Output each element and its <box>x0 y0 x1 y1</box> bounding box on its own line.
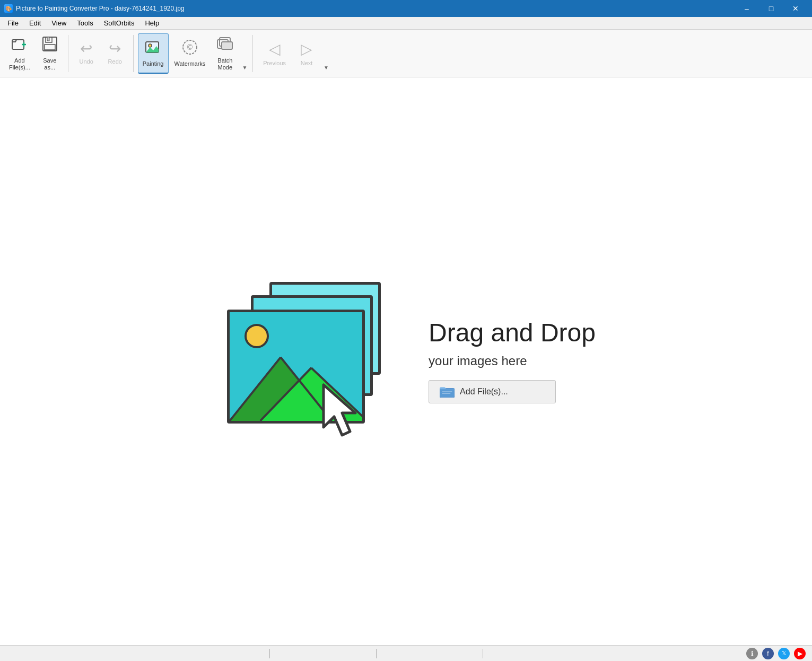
painting-button[interactable]: Painting <box>138 33 169 74</box>
svg-rect-13 <box>222 42 232 49</box>
status-dividers <box>269 649 483 658</box>
close-button[interactable]: ✕ <box>783 0 808 17</box>
status-divider-1 <box>269 649 270 658</box>
add-files-label: AddFile(s)... <box>9 57 30 71</box>
redo-icon: ↪ <box>109 41 121 56</box>
drop-text-area: Drag and Drop your images here Add File(… <box>429 319 596 403</box>
separator-3 <box>252 35 253 72</box>
title-bar-controls: – □ ✕ <box>735 0 808 17</box>
menu-help[interactable]: Help <box>139 17 164 29</box>
restore-button[interactable]: □ <box>759 0 783 17</box>
svg-rect-18 <box>440 389 455 398</box>
status-divider-3 <box>483 649 483 658</box>
title-bar-left: 🎨 Picture to Painting Converter Pro - da… <box>4 4 185 13</box>
svg-rect-5 <box>47 37 49 41</box>
minimize-button[interactable]: – <box>735 0 759 17</box>
next-icon: ▷ <box>301 40 312 58</box>
status-right: ℹ f 𝕏 ▶ <box>746 648 806 659</box>
menu-view[interactable]: View <box>46 17 72 29</box>
redo-button[interactable]: ↪ Redo <box>101 33 129 74</box>
toolbar: AddFile(s)... Saveas... ↩ Undo ↪ Redo <box>0 30 812 77</box>
save-as-label: Saveas... <box>43 57 56 71</box>
save-as-button[interactable]: Saveas... <box>36 33 64 74</box>
youtube-icon[interactable]: ▶ <box>794 648 806 659</box>
toolbar-group-modes: Painting © Watermarks BatchMode <box>138 33 239 74</box>
twitter-icon[interactable]: 𝕏 <box>778 648 790 659</box>
title-bar-title: Picture to Painting Converter Pro - dais… <box>16 5 185 12</box>
undo-icon: ↩ <box>80 41 92 56</box>
batch-mode-icon <box>216 36 233 55</box>
svg-rect-6 <box>45 45 55 50</box>
toolbar-group-undoredo: ↩ Undo ↪ Redo <box>73 33 129 74</box>
batch-mode-label: BatchMode <box>217 57 232 71</box>
menu-file[interactable]: File <box>2 17 24 29</box>
next-label: Next <box>301 60 313 66</box>
add-files-button[interactable]: AddFile(s)... <box>4 33 35 74</box>
folder-icon <box>440 386 455 398</box>
status-bar: ℹ f 𝕏 ▶ <box>0 645 812 661</box>
main-content: Drag and Drop your images here Add File(… <box>0 77 812 645</box>
drag-drop-subheading: your images here <box>429 354 596 368</box>
batch-mode-button[interactable]: BatchMode <box>211 33 239 74</box>
watermarks-button[interactable]: © Watermarks <box>170 33 211 74</box>
svg-text:©: © <box>187 43 193 51</box>
menu-softorbits[interactable]: SoftOrbits <box>99 17 140 29</box>
add-files-main-button[interactable]: Add File(s)... <box>429 380 556 403</box>
undo-label: Undo <box>80 58 93 65</box>
redo-label: Redo <box>108 58 122 65</box>
undo-button[interactable]: ↩ Undo <box>73 33 100 74</box>
add-files-icon <box>11 36 28 55</box>
info-icon[interactable]: ℹ <box>746 648 758 659</box>
app-icon: 🎨 <box>4 4 13 13</box>
menu-edit[interactable]: Edit <box>24 17 46 29</box>
drop-zone: Drag and Drop your images here Add File(… <box>216 277 596 446</box>
menu-bar: File Edit View Tools SoftOrbits Help <box>0 17 812 30</box>
expand-arrow-2[interactable]: ▼ <box>322 64 330 72</box>
watermarks-icon: © <box>181 39 198 58</box>
image-stack-illustration <box>216 277 386 446</box>
toolbar-group-main: AddFile(s)... Saveas... <box>4 33 64 74</box>
svg-marker-16 <box>324 385 355 435</box>
previous-icon: ◁ <box>269 40 281 58</box>
status-divider-2 <box>376 649 377 658</box>
add-files-btn-label: Add File(s)... <box>460 387 508 396</box>
next-button[interactable]: ▷ Next <box>293 33 320 74</box>
previous-label: Previous <box>263 60 286 66</box>
facebook-icon[interactable]: f <box>762 648 774 659</box>
drag-drop-heading: Drag and Drop <box>429 319 596 347</box>
watermarks-label: Watermarks <box>174 60 206 67</box>
menu-tools[interactable]: Tools <box>72 17 98 29</box>
title-bar: 🎨 Picture to Painting Converter Pro - da… <box>0 0 812 17</box>
separator-2 <box>133 35 134 72</box>
painting-label: Painting <box>143 60 164 67</box>
toolbar-group-nav: ◁ Previous ▷ Next <box>257 33 320 74</box>
expand-arrow-1[interactable]: ▼ <box>241 64 248 72</box>
previous-button[interactable]: ◁ Previous <box>257 33 292 74</box>
svg-rect-3 <box>43 37 57 51</box>
svg-point-8 <box>149 44 152 47</box>
separator-1 <box>68 35 68 72</box>
save-as-icon <box>41 36 58 55</box>
painting-icon <box>145 39 162 58</box>
